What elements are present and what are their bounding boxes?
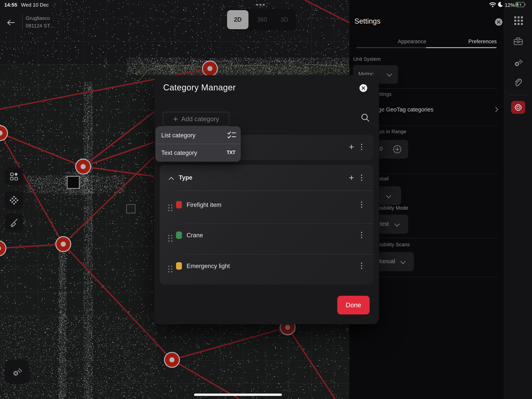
tab-underline-active (426, 47, 497, 48)
checklist-icon (228, 131, 236, 140)
annotation-categories-button[interactable] (5, 167, 23, 186)
category-color-swatch[interactable] (176, 262, 182, 270)
settings-button-active[interactable] (511, 101, 525, 114)
unit-system-label: Unit System (353, 56, 380, 62)
close-icon (497, 20, 501, 24)
category-type-menu: List category Text category TXT (155, 126, 241, 162)
layers-shapes-icon (10, 172, 19, 181)
visibility-mode-value: test (380, 221, 389, 227)
arrow-left-icon (7, 19, 15, 26)
wifi-icon (489, 2, 496, 7)
txt-icon: TXT (227, 150, 235, 155)
signal-off-icon[interactable] (513, 58, 523, 68)
divider (185, 223, 374, 224)
menu-item-list-category[interactable]: List category (161, 127, 235, 144)
geotag-link-line (172, 360, 239, 399)
geotag-marker[interactable] (55, 236, 71, 252)
geotag-marker[interactable] (0, 125, 8, 141)
category-color-swatch[interactable] (176, 201, 182, 208)
status-time: 14:55 (4, 2, 17, 8)
add-category-label: Add category (181, 115, 219, 123)
search-icon[interactable] (360, 113, 370, 123)
geotag-marker[interactable] (0, 240, 6, 256)
geotag-marker[interactable] (164, 352, 180, 368)
manage-geotag-categories-row[interactable]: ge GeoTag categories (378, 106, 433, 113)
view-tab-360[interactable]: 360 (250, 9, 274, 30)
point-cloud-icon (9, 195, 19, 205)
project-title-line1: Grugliasco (26, 14, 55, 22)
nav-divider (22, 14, 23, 30)
settings-close-button[interactable] (495, 18, 502, 26)
visibility-scans-value: Manual (377, 258, 395, 264)
geotag-link-line (288, 327, 335, 399)
signal-off-icon (12, 366, 23, 378)
detail-label: etail (379, 176, 389, 182)
visibility-mode-label: isibility Mode (379, 205, 408, 211)
kebab-menu-icon[interactable] (361, 263, 362, 269)
kebab-menu-icon[interactable] (361, 232, 362, 238)
add-item-icon[interactable]: + (349, 143, 354, 151)
done-button[interactable]: Done (337, 296, 370, 315)
back-button[interactable] (7, 19, 15, 26)
geotag-settings-label: ttings (379, 91, 391, 97)
right-icon-rail (504, 0, 532, 399)
project-title[interactable]: Grugliasco 081124 ST… (26, 14, 55, 30)
view-tab-3d[interactable]: 3D (274, 9, 295, 30)
chevron-down-icon (386, 193, 391, 198)
divider (177, 191, 374, 191)
tab-underline-inactive (356, 47, 426, 48)
category-label: Emergency light (187, 263, 230, 270)
visibility-scans-label: isibility Scans (379, 242, 410, 248)
menu-item-text-category[interactable]: Text category TXT (161, 144, 235, 162)
view-mode-toggle: 2D 360 3D (226, 9, 296, 30)
kebab-menu-icon[interactable] (361, 174, 362, 181)
status-date: Wed 10 Dec (21, 2, 49, 8)
collapse-section-icon[interactable] (169, 177, 174, 182)
drag-handle-icon[interactable] (168, 235, 172, 242)
category-row[interactable]: Firefight item (160, 198, 374, 219)
close-icon (361, 86, 365, 90)
kebab-menu-icon[interactable] (361, 144, 362, 150)
battery-percent: 12% (505, 2, 515, 8)
link-icon[interactable] (513, 78, 523, 88)
multitask-indicator[interactable] (255, 3, 266, 7)
add-item-icon[interactable]: + (349, 174, 354, 182)
category-color-swatch[interactable] (176, 232, 182, 239)
category-label: Crane (187, 232, 203, 239)
plus-circle-icon[interactable] (393, 145, 402, 154)
modal-title: Category Manager (163, 83, 236, 92)
chevron-right-icon (493, 107, 498, 112)
add-category-button[interactable]: + Add category (163, 112, 229, 126)
tab-appearance[interactable]: Appearance (377, 39, 447, 45)
category-row[interactable]: Crane (160, 228, 374, 249)
geotag-link-line (305, 0, 349, 23)
menu-item-label: Text category (161, 149, 197, 156)
chevron-down-icon (387, 71, 392, 77)
cut-tool-button[interactable] (5, 213, 23, 232)
chevron-down-icon (394, 221, 400, 227)
drag-handle-icon[interactable] (168, 205, 172, 211)
app-stage: 14:55 Wed 10 Dec Grugliasco 081124 ST… 2… (0, 0, 532, 399)
apps-grid-icon[interactable] (514, 16, 523, 25)
scalpel-icon (9, 218, 19, 227)
moon-icon (497, 1, 503, 7)
toolbox-icon[interactable] (513, 37, 523, 45)
plus-icon: + (173, 115, 178, 123)
view-tab-2d[interactable]: 2D (227, 10, 248, 29)
home-indicator[interactable] (194, 393, 282, 396)
kebab-menu-icon[interactable] (361, 201, 362, 208)
settings-title: Settings (355, 17, 380, 25)
category-manager-modal: Category Manager + Add category + List c… (154, 75, 379, 324)
modal-close-button[interactable] (360, 84, 367, 92)
section-title: Type (179, 174, 192, 181)
point-cloud-button[interactable] (5, 191, 23, 209)
drag-handle-icon[interactable] (168, 266, 172, 272)
battery-charging-icon (515, 2, 526, 7)
geotag-marker[interactable] (75, 159, 91, 174)
geotag-link-line (0, 133, 83, 167)
section-card-type: Type + Firefight item Crane (160, 165, 374, 284)
geotag-marker[interactable] (202, 61, 218, 77)
scan-signal-button[interactable] (5, 360, 30, 384)
category-row[interactable]: Emergency light (160, 259, 374, 280)
gear-icon (514, 103, 522, 112)
